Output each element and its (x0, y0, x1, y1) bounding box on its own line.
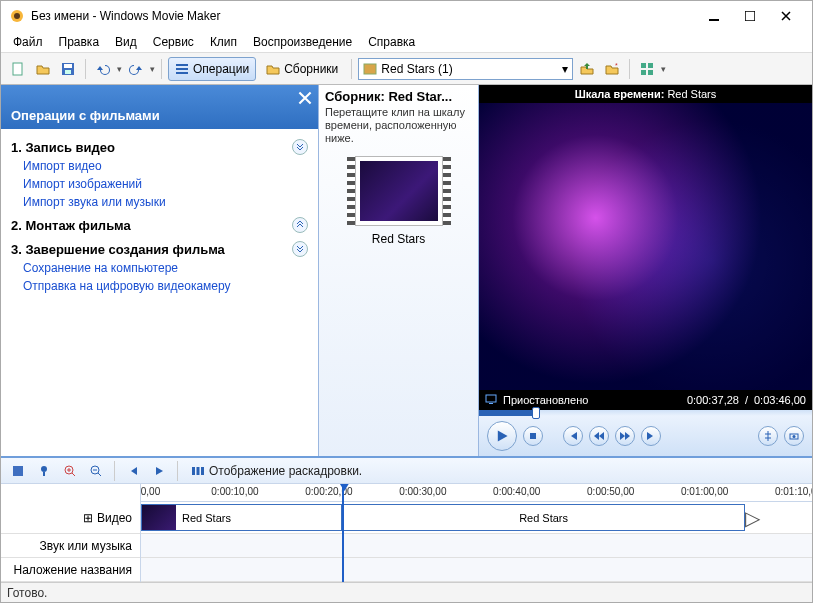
svg-point-1 (14, 13, 20, 19)
task-link-import-audio[interactable]: Импорт звука или музыки (1, 193, 318, 211)
collections-pane: Сборник: Red Star... Перетащите клип на … (319, 85, 479, 456)
close-button[interactable] (768, 4, 804, 28)
storyboard-toggle-label: Отображение раскадровки. (209, 464, 362, 478)
undo-button[interactable] (92, 58, 114, 80)
task-section-finish[interactable]: 3. Завершение создания фильма (1, 235, 318, 259)
timeline-pane: Отображение раскадровки. ⊞ Видео Звук ил… (1, 456, 812, 582)
timeline-clip[interactable]: Red Stars (141, 504, 342, 531)
time-sep: / (745, 394, 748, 406)
open-button[interactable] (32, 58, 54, 80)
menu-edit[interactable]: Правка (53, 33, 106, 51)
tasks-header-title: Операции с фильмами (11, 108, 160, 123)
preview-controls (479, 416, 812, 456)
play-button[interactable] (487, 421, 517, 451)
maximize-button[interactable] (732, 4, 768, 28)
menu-tools[interactable]: Сервис (147, 33, 200, 51)
collection-combo-value: Red Stars (1) (381, 62, 452, 76)
preview-title-clip: Red Stars (667, 88, 716, 100)
time-current: 0:00:37,28 (687, 394, 739, 406)
view-dropdown[interactable]: ▾ (661, 64, 666, 74)
tasks-toggle-label: Операции (193, 62, 249, 76)
tl-rewind-button[interactable] (122, 460, 144, 482)
tl-play-button[interactable] (148, 460, 170, 482)
tasks-toggle-button[interactable]: Операции (168, 57, 256, 81)
collections-toggle-button[interactable]: Сборники (259, 57, 345, 81)
menu-view[interactable]: Вид (109, 33, 143, 51)
next-button[interactable] (641, 426, 661, 446)
save-button[interactable] (57, 58, 79, 80)
svg-rect-24 (43, 472, 45, 476)
collection-combo[interactable]: Red Stars (1) ▾ (358, 58, 573, 80)
svg-rect-17 (486, 395, 496, 402)
expand-icon[interactable]: ⊞ (83, 511, 93, 525)
menu-help[interactable]: Справка (362, 33, 421, 51)
redo-button[interactable] (125, 58, 147, 80)
task-link-import-video[interactable]: Импорт видео (1, 157, 318, 175)
split-button[interactable] (758, 426, 778, 446)
menu-file[interactable]: Файл (7, 33, 49, 51)
menu-play[interactable]: Воспроизведение (247, 33, 358, 51)
zoom-out-button[interactable] (85, 460, 107, 482)
task-link-save-computer[interactable]: Сохранение на компьютере (1, 259, 318, 277)
rewind-button[interactable] (589, 426, 609, 446)
close-icon[interactable] (298, 91, 312, 105)
playhead[interactable] (342, 484, 344, 582)
task-link-send-dv[interactable]: Отправка на цифровую видеокамеру (1, 277, 318, 295)
svg-rect-19 (530, 433, 536, 439)
preview-status-bar: Приостановлено 0:00:37,28 / 0:03:46,00 (479, 390, 812, 410)
video-frame (479, 103, 812, 390)
zoom-in-button[interactable] (59, 460, 81, 482)
svg-rect-8 (176, 64, 188, 66)
timeline-clip[interactable]: Red Stars (342, 504, 745, 531)
svg-rect-27 (192, 467, 195, 475)
svg-rect-18 (489, 403, 493, 404)
svg-point-23 (41, 466, 47, 472)
task-section-edit[interactable]: 2. Монтаж фильма (1, 211, 318, 235)
menu-clip[interactable]: Клип (204, 33, 243, 51)
title-track[interactable] (141, 558, 812, 582)
undo-dropdown[interactable]: ▾ (117, 64, 122, 74)
svg-text:*: * (615, 62, 618, 69)
menubar: Файл Правка Вид Сервис Клип Воспроизведе… (1, 31, 812, 53)
timeline-toolbar: Отображение раскадровки. (1, 458, 812, 484)
redo-dropdown[interactable]: ▾ (150, 64, 155, 74)
svg-rect-22 (13, 466, 23, 476)
timeline-tracks[interactable]: 00,00 0:00:10,00 0:00:20,00 0:00:30,00 0… (141, 484, 812, 582)
end-marker-icon: ▷ (745, 502, 761, 533)
forward-button[interactable] (615, 426, 635, 446)
separator (161, 59, 162, 79)
seek-bar[interactable] (479, 410, 812, 416)
narrate-button[interactable] (33, 460, 55, 482)
snapshot-button[interactable] (784, 426, 804, 446)
time-ruler[interactable]: 00,00 0:00:10,00 0:00:20,00 0:00:30,00 0… (141, 484, 812, 502)
up-level-button[interactable] (576, 58, 598, 80)
svg-rect-13 (641, 63, 646, 68)
view-button[interactable] (636, 58, 658, 80)
tasks-body: 1. Запись видео Импорт видео Импорт изоб… (1, 129, 318, 456)
app-icon (9, 8, 25, 24)
svg-point-21 (793, 435, 796, 438)
task-section-capture[interactable]: 1. Запись видео (1, 133, 318, 157)
audio-track[interactable] (141, 534, 812, 558)
stop-button[interactable] (523, 426, 543, 446)
new-folder-button[interactable]: * (601, 58, 623, 80)
timeline-properties-button[interactable] (7, 460, 29, 482)
svg-rect-16 (648, 70, 653, 75)
clip-label: Red Stars (513, 512, 574, 524)
video-track[interactable]: Red Stars Red Stars ▷ (141, 502, 812, 534)
svg-rect-6 (64, 64, 72, 68)
svg-rect-29 (201, 467, 204, 475)
separator (85, 59, 86, 79)
prev-button[interactable] (563, 426, 583, 446)
svg-rect-2 (709, 19, 719, 21)
clip-thumbnail[interactable]: Red Stars (325, 156, 472, 246)
minimize-button[interactable] (696, 4, 732, 28)
svg-rect-14 (648, 63, 653, 68)
new-button[interactable] (7, 58, 29, 80)
task-link-import-pictures[interactable]: Импорт изображений (1, 175, 318, 193)
seek-thumb[interactable] (532, 407, 540, 419)
svg-rect-4 (13, 63, 22, 75)
preview-video[interactable] (479, 103, 812, 390)
storyboard-toggle[interactable]: Отображение раскадровки. (191, 464, 362, 478)
svg-rect-3 (745, 11, 755, 21)
